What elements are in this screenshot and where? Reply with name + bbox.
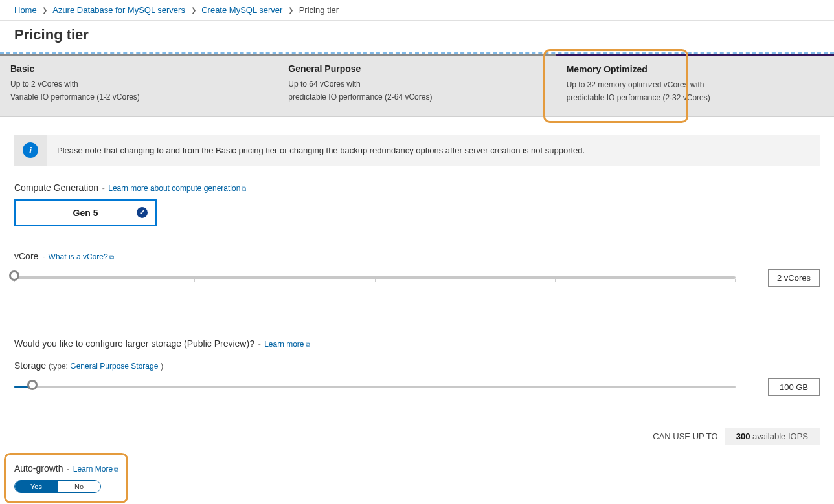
- chevron-right-icon: ❯: [288, 6, 293, 14]
- tier-tab-basic[interactable]: Basic Up to 2 vCores with Variable IO pe…: [0, 56, 278, 116]
- vcore-label: vCore - What is a vCore?⧉: [14, 251, 820, 261]
- tier-tab-memory-optimized[interactable]: Memory Optimized Up to 32 memory optimiz…: [556, 54, 834, 116]
- compute-learn-more-link[interactable]: Learn more about compute generation⧉: [108, 184, 246, 193]
- breadcrumb-current: Pricing tier: [299, 5, 339, 15]
- info-icon: i: [23, 142, 38, 158]
- vcore-learn-more-link[interactable]: What is a vCore?⧉: [49, 252, 114, 261]
- compute-generation-label: Compute Generation - Learn more about co…: [14, 182, 820, 193]
- vcore-slider-row: 2 vCores: [14, 269, 820, 287]
- iops-row: CAN USE UP TO 300 available IOPS: [14, 428, 820, 445]
- iops-label: CAN USE UP TO: [653, 432, 717, 441]
- external-link-icon: ⧉: [114, 466, 118, 473]
- vcore-slider[interactable]: [14, 276, 736, 279]
- autogrowth-yes[interactable]: Yes: [15, 481, 58, 492]
- chevron-right-icon: ❯: [191, 6, 196, 14]
- breadcrumb-link-create-server[interactable]: Create MySQL server: [201, 5, 282, 15]
- tier-desc: Up to 32 memory optimized vCores with pr…: [567, 78, 824, 105]
- info-text: Please note that changing to and from th…: [47, 135, 820, 166]
- tier-desc: Up to 2 vCores with Variable IO performa…: [10, 78, 267, 104]
- page-title: Pricing tier: [0, 21, 834, 52]
- storage-label: Storage (type: General Purpose Storage ): [14, 360, 820, 371]
- breadcrumb-link-home[interactable]: Home: [14, 5, 37, 15]
- storage-slider[interactable]: [14, 386, 736, 388]
- autogrowth-learn-more-link[interactable]: Learn More⧉: [73, 465, 118, 474]
- storage-slider-row: 100 GB: [14, 378, 820, 396]
- breadcrumb-link-mysql-servers[interactable]: Azure Database for MySQL servers: [52, 5, 185, 15]
- divider: [14, 422, 820, 422]
- info-icon-box: i: [14, 135, 47, 166]
- large-storage-label: Would you like to configure larger stora…: [14, 338, 820, 349]
- compute-generation-button[interactable]: Gen 5 ✓: [14, 199, 157, 226]
- tier-desc: Up to 64 vCores with predictable IO perf…: [288, 78, 545, 104]
- tier-tab-general-purpose[interactable]: General Purpose Up to 64 vCores with pre…: [278, 56, 556, 116]
- autogrowth-toggle[interactable]: Yes No: [14, 480, 101, 493]
- breadcrumb: Home ❯ Azure Database for MySQL servers …: [0, 0, 834, 21]
- autogrowth-section: Auto-growth - Learn More⧉ Yes No: [14, 463, 820, 493]
- chevron-right-icon: ❯: [42, 6, 47, 14]
- storage-value[interactable]: 100 GB: [768, 378, 820, 396]
- tier-title: Basic: [10, 63, 267, 74]
- slider-thumb[interactable]: [27, 380, 38, 390]
- tier-title: Memory Optimized: [567, 64, 824, 74]
- tier-tabs: Basic Up to 2 vCores with Variable IO pe…: [0, 54, 834, 117]
- storage-type-link[interactable]: General Purpose Storage: [70, 362, 158, 371]
- external-link-icon: ⧉: [306, 341, 310, 348]
- tier-title: General Purpose: [288, 63, 545, 74]
- large-storage-learn-more-link[interactable]: Learn more⧉: [264, 340, 310, 349]
- slider-thumb[interactable]: [9, 270, 19, 281]
- check-icon: ✓: [137, 207, 148, 218]
- info-bar: i Please note that changing to and from …: [14, 135, 820, 166]
- autogrowth-label: Auto-growth - Learn More⧉: [14, 463, 820, 474]
- vcore-value[interactable]: 2 vCores: [768, 269, 820, 287]
- iops-value: 300 available IOPS: [725, 428, 820, 445]
- external-link-icon: ⧉: [109, 254, 114, 261]
- highlight-annotation: [4, 453, 128, 503]
- external-link-icon: ⧉: [242, 185, 246, 192]
- autogrowth-no[interactable]: No: [58, 481, 100, 492]
- compute-generation-value: Gen 5: [73, 208, 98, 218]
